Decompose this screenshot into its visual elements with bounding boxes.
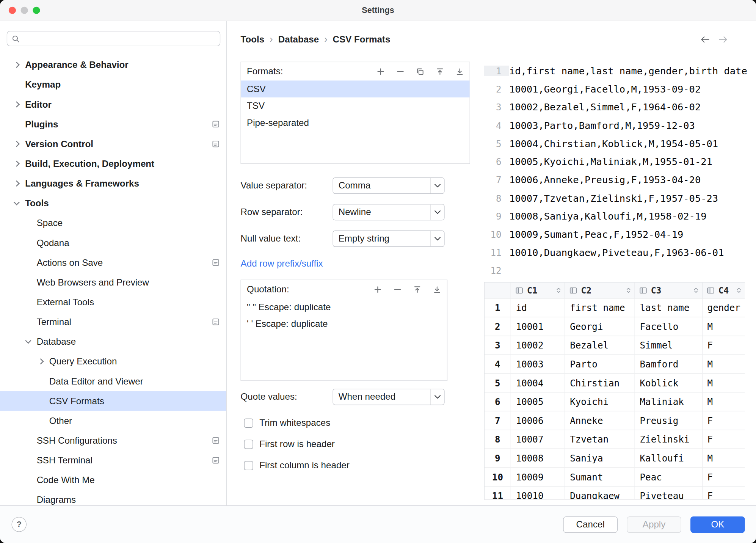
table-row: 7 10006 Anneke Preusig F (485, 411, 745, 430)
sidebar-item[interactable]: Qodana (0, 233, 226, 253)
sidebar-item[interactable]: Space (0, 213, 226, 233)
column-icon (515, 287, 523, 294)
sidebar-item[interactable]: CSV Formats (0, 391, 226, 411)
breadcrumb-tools[interactable]: Tools (241, 34, 265, 45)
cancel-button[interactable]: Cancel (563, 516, 618, 533)
sidebar-item-label: Query Execution (49, 356, 117, 367)
remove-format-button[interactable] (396, 67, 405, 75)
sidebar-item[interactable]: Actions on Save (0, 253, 226, 272)
add-quotation-button[interactable] (374, 285, 382, 293)
quotation-item[interactable]: ' ' Escape: duplicate (241, 315, 447, 333)
quotation-label: Quotation: (247, 284, 289, 295)
add-format-button[interactable] (376, 67, 385, 75)
table-cell: id (511, 298, 565, 317)
move-up-button[interactable] (413, 285, 422, 293)
combo-select[interactable]: Empty string (333, 231, 444, 247)
sidebar-item[interactable]: Tools (0, 193, 226, 213)
breadcrumb: Tools › Database › CSV Formats (241, 34, 391, 45)
format-item[interactable]: Pipe-separated (241, 114, 470, 131)
sidebar-item-label: Actions on Save (37, 257, 103, 268)
help-button[interactable]: ? (12, 517, 27, 532)
field-row: Null value text: Empty string (241, 231, 470, 247)
format-item-label: CSV (247, 84, 266, 94)
remove-quotation-button[interactable] (394, 285, 402, 293)
line-number: 1 (484, 66, 509, 76)
table-cell: last name (635, 298, 702, 317)
sidebar-item[interactable]: Web Browsers and Preview (0, 273, 226, 292)
zoom-button[interactable] (33, 7, 40, 14)
sidebar-item[interactable]: Diagrams (0, 490, 226, 505)
code-line: 5 10004,Chirstian,Koblick,M,1954-05-01 (484, 134, 751, 152)
close-button[interactable] (9, 7, 16, 14)
sidebar-item[interactable]: Code With Me (0, 470, 226, 490)
sort-icon[interactable] (555, 287, 562, 294)
row-number: 8 (485, 430, 511, 448)
sidebar-item[interactable]: Data Editor and Viewer (0, 371, 226, 391)
checkbox-row[interactable]: First column is header (241, 458, 350, 472)
quote-values-select[interactable]: When needed (333, 389, 444, 405)
duplicate-format-button[interactable] (416, 67, 424, 75)
back-button[interactable] (700, 36, 710, 43)
csv-formats-page: Tools › Database › CSV Formats Formats: (227, 21, 484, 505)
settings-search-input[interactable] (23, 33, 215, 44)
sidebar-item[interactable]: Other (0, 411, 226, 430)
sidebar-item[interactable]: Languages & Frameworks (0, 174, 226, 193)
settings-search[interactable] (7, 31, 220, 46)
move-down-button[interactable] (456, 67, 464, 75)
format-item[interactable]: CSV (241, 80, 470, 97)
checkbox[interactable] (244, 439, 253, 449)
sidebar-item[interactable]: SSH Terminal (0, 450, 226, 470)
titlebar: Settings (0, 0, 756, 21)
chevron-icon (14, 141, 20, 147)
quotation-header: Quotation: (241, 280, 447, 298)
sidebar-item[interactable]: Keymap (0, 75, 226, 94)
row-number: 3 (485, 336, 511, 354)
table-cell: Georgi (565, 317, 634, 336)
checkbox-row[interactable]: First row is header (241, 437, 350, 451)
combo-select[interactable]: Newline (333, 204, 444, 220)
row-number: 2 (485, 317, 511, 336)
table-cell: 10008 (511, 449, 565, 467)
checkbox[interactable] (244, 418, 253, 427)
sidebar-item[interactable]: Query Execution (0, 352, 226, 371)
external-config-icon (212, 259, 220, 266)
breadcrumb-database[interactable]: Database (278, 34, 319, 45)
column-header[interactable]: C1 (511, 282, 565, 298)
sidebar-item[interactable]: Version Control (0, 134, 226, 154)
sidebar-item[interactable]: Build, Execution, Deployment (0, 154, 226, 174)
chevron-icon (25, 337, 31, 344)
sidebar-item[interactable]: Appearance & Behavior (0, 55, 226, 75)
chevron-down-icon (430, 204, 444, 220)
sidebar-item[interactable]: Terminal (0, 312, 226, 332)
sidebar-item[interactable]: Editor (0, 94, 226, 114)
move-down-button[interactable] (433, 285, 441, 293)
forward-button[interactable] (718, 36, 728, 43)
table-row: 9 10008 Saniya Kalloufi M (485, 449, 745, 468)
move-up-button[interactable] (436, 67, 444, 75)
checkbox[interactable] (244, 461, 253, 470)
column-header[interactable]: C4 (702, 282, 745, 298)
column-header[interactable]: C3 (635, 282, 702, 298)
quotation-item-label: " " Escape: duplicate (247, 301, 331, 312)
sort-icon[interactable] (693, 287, 699, 294)
format-item-label: Pipe-separated (247, 118, 309, 128)
minimize-button[interactable] (21, 7, 28, 14)
table-cell: Peac (635, 468, 702, 486)
code-line: 12 (484, 262, 751, 275)
ok-button[interactable]: OK (690, 516, 745, 533)
table-cell: M (702, 374, 745, 392)
checkbox-row[interactable]: Trim whitespaces (241, 416, 350, 430)
quotation-item[interactable]: " " Escape: duplicate (241, 298, 447, 315)
sort-icon[interactable] (736, 287, 742, 294)
sort-icon[interactable] (625, 287, 632, 294)
combo-select[interactable]: Comma (333, 177, 444, 194)
sidebar-item[interactable]: SSH Configurations (0, 431, 226, 450)
sidebar-item[interactable]: Plugins (0, 114, 226, 134)
column-header[interactable]: C2 (565, 282, 634, 298)
apply-button[interactable]: Apply (627, 516, 681, 533)
sidebar-item[interactable]: External Tools (0, 292, 226, 312)
format-item[interactable]: TSV (241, 97, 470, 115)
sidebar-item[interactable]: Database (0, 332, 226, 352)
add-row-prefix-suffix-link[interactable]: Add row prefix/suffix (241, 259, 323, 269)
combo-value: Comma (333, 180, 430, 191)
